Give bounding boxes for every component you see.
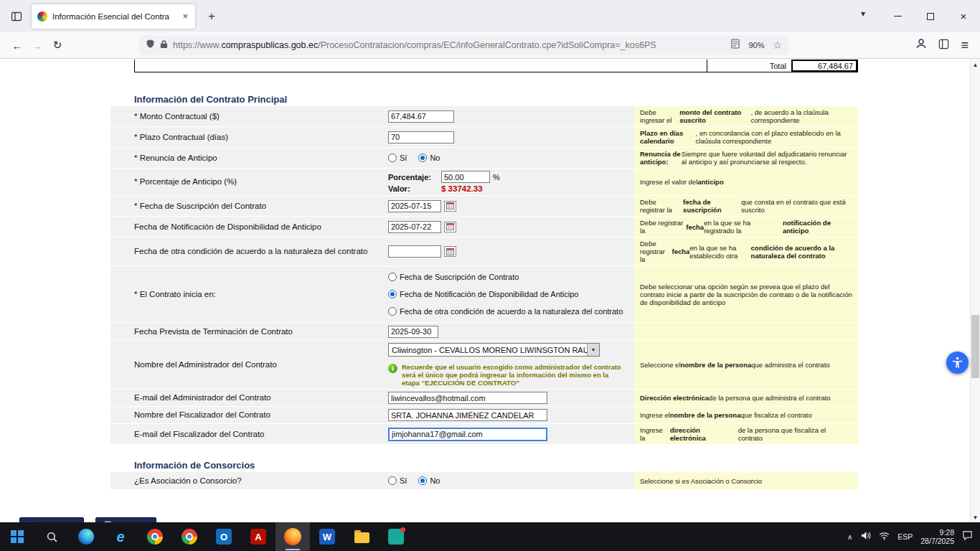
label-email-fiscalizador: E-mail del Fiscalizador del Contrato (110, 424, 384, 444)
fiscalizador-input[interactable] (388, 409, 547, 421)
bookmark-star-icon[interactable]: ☆ (773, 39, 782, 51)
tab-close-icon[interactable]: × (181, 11, 189, 22)
list-all-tabs-icon[interactable]: ▾ (861, 9, 865, 19)
page-content: Total 67,484.67 Información del Contrato… (0, 60, 970, 522)
help-fecha-prevista (634, 323, 858, 340)
taskbar-word[interactable]: W (310, 522, 344, 551)
email-administrador-input[interactable] (388, 392, 547, 404)
guardar-button[interactable]: Guardar (95, 517, 156, 522)
email-fiscalizador-input[interactable] (388, 428, 547, 441)
help-contrato-inicia: Debe seleccionar una opción según se pre… (634, 266, 858, 322)
inicia-notificacion-label: Fecha de Notificación de Disponibilidad … (400, 290, 579, 298)
administrador-select[interactable]: Cliwinsgton - CEVALLOS MORENO LIWINSGTON… (388, 343, 600, 357)
help-consorcio: Seleccione si es Asociación o Consorcio (634, 472, 858, 489)
label-plazo: * Plazo Contractual (días) (110, 127, 384, 147)
consorcio-no-radio[interactable] (418, 476, 427, 485)
navigation-bar: ← → ↻ https://www.compraspublicas.gob.ec… (0, 32, 980, 59)
label-fecha-prevista: Fecha Prevista de Terminación de Contrat… (110, 323, 384, 340)
menu-icon[interactable]: ≡ (961, 38, 969, 53)
volume-icon[interactable] (860, 530, 871, 543)
network-icon[interactable] (879, 530, 890, 543)
renuncia-si-radio[interactable] (388, 154, 397, 162)
label-fecha-otra: Fecha de otra condición de acuerdo a la … (110, 237, 384, 265)
row-fecha-otra: Fecha de otra condición de acuerdo a la … (110, 237, 858, 265)
fecha-suscripcion-input[interactable] (388, 200, 441, 212)
administrador-selected-value: Cliwinsgton - CEVALLOS MORENO LIWINSGTON… (389, 346, 587, 354)
inicia-otra-radio[interactable] (388, 307, 397, 316)
taskbar-messaging-app[interactable] (379, 522, 413, 551)
label-fecha-suscripcion: * Fecha de Suscripción del Contrato (110, 196, 384, 216)
fecha-prevista-input[interactable] (388, 326, 438, 338)
language-indicator[interactable]: ESP (897, 532, 913, 541)
taskbar-ie[interactable]: e (103, 522, 138, 551)
inicia-suscripcion-radio[interactable] (388, 273, 397, 281)
fecha-notificacion-input[interactable] (388, 221, 441, 233)
url-text[interactable]: https://www.compraspublicas.gob.ec/Proce… (173, 40, 726, 50)
scroll-down-icon[interactable]: ▼ (971, 512, 980, 522)
label-monto: * Monto Contractual ($) (110, 106, 384, 126)
consorcio-si-radio[interactable] (388, 476, 397, 485)
taskbar-explorer[interactable] (344, 522, 379, 551)
regresar-button[interactable]: Regresar (19, 517, 84, 522)
tab-title: Información Esencial del Contra (52, 12, 176, 21)
scrollbar-thumb[interactable] (971, 315, 979, 378)
renuncia-no-label: No (430, 154, 440, 162)
chevron-down-icon[interactable]: ▼ (587, 344, 599, 356)
fecha-otra-calendar-icon[interactable] (444, 246, 456, 257)
acrobat-icon: A (250, 529, 266, 545)
extensions-icon[interactable] (938, 39, 949, 52)
fecha-suscripcion-calendar-icon[interactable] (444, 201, 456, 212)
taskbar-clock[interactable]: 9:28 28/7/2025 (920, 528, 954, 545)
forward-icon[interactable]: → (27, 39, 47, 52)
accessibility-icon (951, 356, 964, 369)
help-email-administrador: Dirección electrónica de la persona que … (634, 390, 858, 406)
window-close-button[interactable]: × (947, 0, 980, 32)
row-email-administrador: E-mail del Administrador del Contrato Di… (110, 389, 858, 406)
plazo-input[interactable] (388, 131, 454, 143)
help-fecha-otra: Debe registrar la fecha en la que se ha … (634, 237, 858, 265)
new-tab-button[interactable]: + (204, 9, 220, 24)
reader-view-icon[interactable] (731, 39, 740, 52)
firefox-view-icon[interactable] (6, 6, 27, 27)
taskbar-chrome[interactable] (138, 522, 172, 551)
lock-icon[interactable] (160, 39, 168, 52)
tracking-shield-icon[interactable] (146, 39, 155, 52)
porcentaje-input[interactable] (441, 171, 490, 183)
taskbar-search-button[interactable] (34, 522, 69, 551)
monto-input[interactable] (388, 110, 454, 123)
inicia-suscripcion-label: Fecha de Suscripción de Contrato (400, 273, 519, 281)
scroll-up-icon[interactable]: ▲ (971, 60, 980, 70)
system-tray: ∧ ESP 9:28 28/7/2025 (847, 528, 980, 545)
row-fecha-prevista: Fecha Prevista de Terminación de Contrat… (110, 322, 858, 340)
total-label: Total (707, 60, 791, 72)
back-icon[interactable]: ← (7, 39, 27, 52)
section-title-consorcios: Información de Consorcios (134, 460, 970, 471)
renuncia-no-radio[interactable] (418, 154, 427, 162)
help-renuncia: Renuncia de anticipo: Siempre que fuere … (634, 148, 858, 168)
row-porcentaje: * Porcentaje de Anticipo (%) Porcentaje:… (110, 168, 858, 195)
taskbar-acrobat[interactable]: A (241, 522, 275, 551)
url-bar[interactable]: https://www.compraspublicas.gob.ec/Proce… (139, 35, 788, 55)
inicia-notificacion-radio[interactable] (388, 290, 397, 298)
fecha-notificacion-calendar-icon[interactable] (444, 222, 456, 232)
taskbar-outlook[interactable]: O (207, 522, 241, 551)
start-button[interactable] (0, 522, 34, 551)
zoom-level-button[interactable]: 90% (745, 39, 768, 51)
total-value: 67,484.67 (791, 60, 857, 72)
taskbar-edge[interactable] (69, 522, 103, 551)
browser-tab[interactable]: Información Esencial del Contra × (32, 4, 195, 29)
tray-chevron-icon[interactable]: ∧ (847, 533, 852, 541)
help-fecha-notificacion: Debe registrar la fecha en la que se ha … (634, 217, 858, 237)
page-scrollbar[interactable]: ▲ ▼ (970, 60, 980, 522)
window-minimize-button[interactable] (881, 0, 914, 32)
reload-icon[interactable]: ↻ (47, 39, 67, 52)
accessibility-widget-button[interactable] (946, 352, 969, 374)
search-icon (46, 531, 58, 543)
fecha-otra-input[interactable] (388, 245, 441, 258)
account-icon[interactable] (915, 38, 927, 52)
taskbar-firefox[interactable] (275, 522, 310, 551)
row-fecha-notificacion: Fecha de Notificación de Disponibilidad … (110, 216, 858, 237)
action-center-icon[interactable] (962, 530, 973, 543)
taskbar-chrome-2[interactable] (172, 522, 207, 551)
window-maximize-button[interactable] (914, 0, 947, 32)
